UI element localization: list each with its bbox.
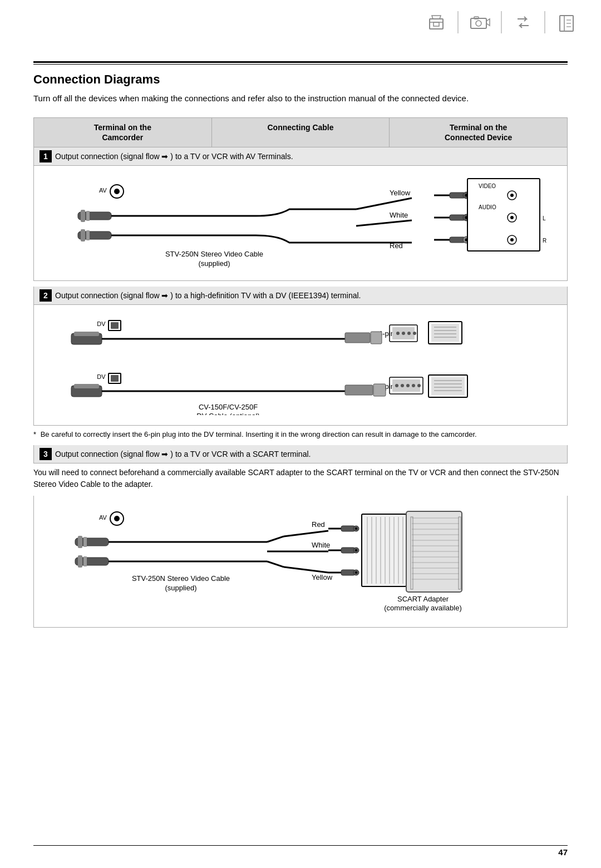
arrows-icon xyxy=(511,10,535,34)
section-2-footnote: * Be careful to correctly insert the 6-p… xyxy=(33,429,568,440)
svg-text:DV Cable (optional): DV Cable (optional) xyxy=(196,412,259,415)
section-1-row: 1 Output connection (signal flow ➡ ) to … xyxy=(33,147,568,166)
section-2-diagram: DV DV xyxy=(33,305,568,426)
svg-point-81 xyxy=(395,384,398,387)
svg-text:DV: DV xyxy=(97,373,106,380)
section-3-row: 3 Output connection (signal flow ➡ ) to … xyxy=(33,445,568,463)
svg-point-72 xyxy=(396,332,400,335)
th-col2: Connecting Cable xyxy=(212,118,390,147)
svg-rect-40 xyxy=(467,179,540,251)
svg-rect-18 xyxy=(86,230,90,240)
svg-point-100 xyxy=(114,516,120,521)
svg-text:(supplied): (supplied) xyxy=(198,259,230,268)
svg-point-83 xyxy=(406,384,410,387)
svg-point-84 xyxy=(412,384,415,387)
svg-text:Yellow: Yellow xyxy=(312,573,333,581)
svg-rect-0 xyxy=(430,19,443,29)
svg-text:(commercially available): (commercially available) xyxy=(384,604,461,612)
svg-line-22 xyxy=(356,198,412,209)
svg-point-47 xyxy=(510,216,514,219)
svg-text:AV: AV xyxy=(99,514,107,521)
svg-point-50 xyxy=(510,238,514,241)
section-2-desc: Output connection (signal flow ➡ ) to a … xyxy=(55,291,361,300)
svg-text:Yellow: Yellow xyxy=(390,189,411,197)
svg-rect-59 xyxy=(111,375,119,382)
section-3-desc: Output connection (signal flow ➡ ) to a … xyxy=(55,450,311,458)
svg-rect-53 xyxy=(111,322,119,329)
svg-text:DV: DV xyxy=(97,320,106,327)
section-2-row: 2 Output connection (signal flow ➡ ) to … xyxy=(33,287,568,305)
diagram-1-svg: AV xyxy=(45,176,556,270)
main-content: Connection Diagrams Turn off all the dev… xyxy=(33,61,568,835)
svg-point-124 xyxy=(355,527,357,530)
svg-rect-107 xyxy=(83,556,87,566)
svg-line-23 xyxy=(356,220,412,226)
section-2-number: 2 xyxy=(40,289,52,302)
icon-divider-1 xyxy=(457,11,459,33)
section-3-body: You will need to connect beforehand a co… xyxy=(33,467,568,490)
page-container: Connection Diagrams Turn off all the dev… xyxy=(0,0,601,868)
icon-divider-2 xyxy=(501,11,502,33)
svg-line-113 xyxy=(267,536,284,542)
svg-rect-61 xyxy=(74,384,99,388)
svg-text:Red: Red xyxy=(312,520,325,529)
svg-rect-130 xyxy=(341,570,355,575)
svg-rect-2 xyxy=(471,18,486,28)
svg-text:VIDEO: VIDEO xyxy=(479,183,496,189)
svg-rect-93 xyxy=(431,377,465,395)
svg-point-85 xyxy=(417,384,421,387)
page-number: 47 xyxy=(558,847,568,857)
svg-point-132 xyxy=(355,571,357,574)
svg-rect-78 xyxy=(373,384,386,396)
svg-text:R: R xyxy=(543,238,546,244)
box-icon xyxy=(424,10,449,34)
diagram-2-svg: DV DV xyxy=(45,315,556,415)
svg-point-74 xyxy=(407,332,411,335)
section-1-desc: Output connection (signal flow ➡ ) to a … xyxy=(55,152,293,161)
svg-rect-87 xyxy=(431,324,459,342)
svg-rect-126 xyxy=(341,548,355,553)
svg-point-43 xyxy=(510,194,514,197)
svg-rect-77 xyxy=(345,385,373,395)
th-col3: Terminal on the Connected Device xyxy=(390,118,567,147)
svg-text:L: L xyxy=(543,215,546,221)
svg-rect-55 xyxy=(74,332,99,336)
svg-rect-133 xyxy=(362,514,406,586)
svg-text:(supplied): (supplied) xyxy=(165,584,196,592)
svg-rect-102 xyxy=(78,536,82,548)
svg-rect-1 xyxy=(433,22,439,26)
svg-point-3 xyxy=(476,21,481,26)
diagram-3-svg: AV xyxy=(45,506,556,617)
svg-rect-17 xyxy=(81,229,85,241)
top-border-thin xyxy=(33,64,568,65)
camera-icon xyxy=(467,10,492,34)
svg-rect-14 xyxy=(86,211,90,221)
svg-text:STV-250N Stereo Video Cable: STV-250N Stereo Video Cable xyxy=(132,574,230,583)
svg-text:SCART Adapter: SCART Adapter xyxy=(397,595,449,603)
table-header: Terminal on the Camcorder Connecting Cab… xyxy=(33,117,568,147)
svg-text:Red: Red xyxy=(390,241,403,250)
svg-rect-106 xyxy=(78,555,82,568)
page-title: Connection Diagrams xyxy=(33,72,568,87)
svg-line-116 xyxy=(267,561,284,567)
svg-text:White: White xyxy=(390,211,408,219)
section-1-diagram: AV xyxy=(33,166,568,281)
svg-point-73 xyxy=(402,332,405,335)
th-col1: Terminal on the Camcorder xyxy=(34,118,212,147)
svg-line-117 xyxy=(284,567,328,573)
top-border xyxy=(33,61,568,63)
svg-rect-68 xyxy=(345,333,370,343)
svg-point-128 xyxy=(355,549,357,551)
svg-text:White: White xyxy=(312,541,330,549)
svg-point-11 xyxy=(114,189,120,194)
svg-line-114 xyxy=(284,531,328,536)
svg-point-82 xyxy=(401,384,404,387)
section-1-number: 1 xyxy=(40,150,52,162)
svg-text:AUDIO: AUDIO xyxy=(479,204,496,210)
svg-rect-13 xyxy=(81,210,85,222)
svg-text:STV-250N Stereo Video Cable: STV-250N Stereo Video Cable xyxy=(165,250,263,258)
svg-rect-69 xyxy=(371,332,382,344)
section-3-number: 3 xyxy=(40,448,52,460)
top-icon-bar xyxy=(424,10,579,34)
icon-divider-3 xyxy=(544,11,545,33)
